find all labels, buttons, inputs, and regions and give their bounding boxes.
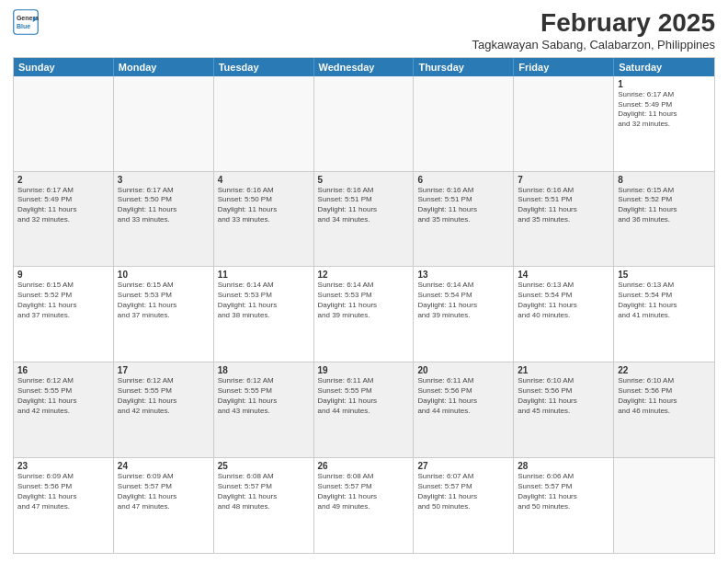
day-info: Sunrise: 6:09 AM Sunset: 5:56 PM Dayligh…	[17, 472, 109, 511]
day-number: 26	[318, 461, 410, 471]
calendar-cell: 21Sunrise: 6:10 AM Sunset: 5:56 PM Dayli…	[514, 362, 614, 457]
calendar-row: 23Sunrise: 6:09 AM Sunset: 5:56 PM Dayli…	[14, 457, 714, 553]
day-number: 28	[518, 461, 609, 471]
day-info: Sunrise: 6:13 AM Sunset: 5:54 PM Dayligh…	[518, 281, 609, 320]
day-number: 12	[318, 270, 410, 280]
day-number: 22	[618, 365, 711, 375]
calendar-cell: 2Sunrise: 6:17 AM Sunset: 5:49 PM Daylig…	[14, 172, 114, 267]
day-info: Sunrise: 6:13 AM Sunset: 5:54 PM Dayligh…	[618, 281, 711, 320]
day-number: 5	[318, 175, 410, 185]
calendar-row: 9Sunrise: 6:15 AM Sunset: 5:52 PM Daylig…	[14, 266, 714, 362]
svg-rect-0	[14, 10, 38, 34]
calendar-cell: 8Sunrise: 6:15 AM Sunset: 5:52 PM Daylig…	[614, 172, 714, 267]
day-number: 3	[118, 175, 210, 185]
page: General Blue February 2025 Tagkawayan Sa…	[0, 0, 728, 563]
day-info: Sunrise: 6:06 AM Sunset: 5:57 PM Dayligh…	[518, 472, 609, 511]
day-info: Sunrise: 6:15 AM Sunset: 5:52 PM Dayligh…	[17, 281, 109, 320]
calendar: SundayMondayTuesdayWednesdayThursdayFrid…	[13, 57, 715, 554]
calendar-cell: 4Sunrise: 6:16 AM Sunset: 5:50 PM Daylig…	[214, 172, 314, 267]
day-number: 20	[417, 365, 509, 375]
main-title: February 2025	[472, 9, 715, 38]
day-number: 17	[118, 365, 210, 375]
day-number: 24	[118, 461, 210, 471]
calendar-cell: 18Sunrise: 6:12 AM Sunset: 5:55 PM Dayli…	[214, 362, 314, 457]
day-info: Sunrise: 6:17 AM Sunset: 5:49 PM Dayligh…	[17, 186, 109, 225]
day-info: Sunrise: 6:12 AM Sunset: 5:55 PM Dayligh…	[218, 376, 310, 416]
day-number: 4	[218, 175, 310, 185]
header: General Blue February 2025 Tagkawayan Sa…	[13, 9, 715, 52]
calendar-cell: 28Sunrise: 6:06 AM Sunset: 5:57 PM Dayli…	[514, 458, 614, 553]
day-number: 10	[118, 270, 210, 280]
day-number: 6	[417, 175, 509, 185]
calendar-header: SundayMondayTuesdayWednesdayThursdayFrid…	[14, 58, 714, 76]
calendar-cell: 17Sunrise: 6:12 AM Sunset: 5:55 PM Dayli…	[114, 362, 214, 457]
day-info: Sunrise: 6:16 AM Sunset: 5:50 PM Dayligh…	[218, 186, 310, 225]
day-info: Sunrise: 6:17 AM Sunset: 5:49 PM Dayligh…	[618, 90, 711, 130]
weekday-header: Monday	[114, 58, 214, 76]
calendar-cell: 26Sunrise: 6:08 AM Sunset: 5:57 PM Dayli…	[314, 458, 415, 553]
day-number: 15	[618, 270, 711, 280]
calendar-cell	[114, 76, 214, 171]
day-info: Sunrise: 6:08 AM Sunset: 5:57 PM Dayligh…	[318, 472, 410, 511]
day-number: 23	[17, 461, 109, 471]
logo: General Blue	[13, 9, 39, 35]
calendar-cell	[214, 76, 314, 171]
calendar-cell: 14Sunrise: 6:13 AM Sunset: 5:54 PM Dayli…	[514, 267, 614, 362]
day-number: 9	[17, 270, 109, 280]
calendar-cell: 23Sunrise: 6:09 AM Sunset: 5:56 PM Dayli…	[14, 458, 114, 553]
weekday-header: Wednesday	[314, 58, 415, 76]
day-info: Sunrise: 6:08 AM Sunset: 5:57 PM Dayligh…	[218, 472, 310, 511]
calendar-cell: 13Sunrise: 6:14 AM Sunset: 5:54 PM Dayli…	[414, 267, 514, 362]
calendar-cell: 15Sunrise: 6:13 AM Sunset: 5:54 PM Dayli…	[614, 267, 714, 362]
calendar-cell: 7Sunrise: 6:16 AM Sunset: 5:51 PM Daylig…	[514, 172, 614, 267]
day-info: Sunrise: 6:15 AM Sunset: 5:53 PM Dayligh…	[118, 281, 210, 320]
day-number: 19	[318, 365, 410, 375]
calendar-cell: 12Sunrise: 6:14 AM Sunset: 5:53 PM Dayli…	[314, 267, 415, 362]
day-number: 7	[518, 175, 609, 185]
calendar-cell: 24Sunrise: 6:09 AM Sunset: 5:57 PM Dayli…	[114, 458, 214, 553]
day-info: Sunrise: 6:12 AM Sunset: 5:55 PM Dayligh…	[17, 376, 109, 416]
day-number: 14	[518, 270, 609, 280]
day-info: Sunrise: 6:11 AM Sunset: 5:55 PM Dayligh…	[318, 376, 410, 416]
calendar-cell: 11Sunrise: 6:14 AM Sunset: 5:53 PM Dayli…	[214, 267, 314, 362]
day-number: 25	[218, 461, 310, 471]
day-number: 27	[417, 461, 509, 471]
calendar-cell	[514, 76, 614, 171]
weekday-header: Saturday	[614, 58, 714, 76]
calendar-row: 16Sunrise: 6:12 AM Sunset: 5:55 PM Dayli…	[14, 362, 714, 457]
day-number: 18	[218, 365, 310, 375]
day-number: 21	[518, 365, 609, 375]
day-number: 8	[618, 175, 711, 185]
calendar-cell: 22Sunrise: 6:10 AM Sunset: 5:56 PM Dayli…	[614, 362, 714, 457]
calendar-cell: 16Sunrise: 6:12 AM Sunset: 5:55 PM Dayli…	[14, 362, 114, 457]
day-info: Sunrise: 6:17 AM Sunset: 5:50 PM Dayligh…	[118, 186, 210, 225]
calendar-row: 1Sunrise: 6:17 AM Sunset: 5:49 PM Daylig…	[14, 76, 714, 171]
calendar-cell: 5Sunrise: 6:16 AM Sunset: 5:51 PM Daylig…	[314, 172, 415, 267]
calendar-cell: 10Sunrise: 6:15 AM Sunset: 5:53 PM Dayli…	[114, 267, 214, 362]
day-info: Sunrise: 6:14 AM Sunset: 5:54 PM Dayligh…	[417, 281, 509, 320]
day-info: Sunrise: 6:14 AM Sunset: 5:53 PM Dayligh…	[318, 281, 410, 320]
title-block: February 2025 Tagkawayan Sabang, Calabar…	[472, 9, 715, 52]
svg-text:Blue: Blue	[17, 23, 30, 29]
calendar-cell: 19Sunrise: 6:11 AM Sunset: 5:55 PM Dayli…	[314, 362, 415, 457]
day-info: Sunrise: 6:15 AM Sunset: 5:52 PM Dayligh…	[618, 186, 711, 225]
calendar-cell	[414, 76, 514, 171]
weekday-header: Tuesday	[214, 58, 314, 76]
day-info: Sunrise: 6:07 AM Sunset: 5:57 PM Dayligh…	[417, 472, 509, 511]
weekday-header: Thursday	[414, 58, 514, 76]
calendar-cell	[14, 76, 114, 171]
calendar-cell: 25Sunrise: 6:08 AM Sunset: 5:57 PM Dayli…	[214, 458, 314, 553]
day-info: Sunrise: 6:12 AM Sunset: 5:55 PM Dayligh…	[118, 376, 210, 416]
day-info: Sunrise: 6:14 AM Sunset: 5:53 PM Dayligh…	[218, 281, 310, 320]
day-info: Sunrise: 6:10 AM Sunset: 5:56 PM Dayligh…	[518, 376, 609, 416]
calendar-cell: 9Sunrise: 6:15 AM Sunset: 5:52 PM Daylig…	[14, 267, 114, 362]
calendar-cell: 3Sunrise: 6:17 AM Sunset: 5:50 PM Daylig…	[114, 172, 214, 267]
weekday-header: Friday	[514, 58, 614, 76]
calendar-cell: 20Sunrise: 6:11 AM Sunset: 5:56 PM Dayli…	[414, 362, 514, 457]
day-info: Sunrise: 6:16 AM Sunset: 5:51 PM Dayligh…	[518, 186, 609, 225]
calendar-row: 2Sunrise: 6:17 AM Sunset: 5:49 PM Daylig…	[14, 171, 714, 267]
day-info: Sunrise: 6:11 AM Sunset: 5:56 PM Dayligh…	[417, 376, 509, 416]
calendar-body: 1Sunrise: 6:17 AM Sunset: 5:49 PM Daylig…	[14, 76, 714, 553]
calendar-cell: 6Sunrise: 6:16 AM Sunset: 5:51 PM Daylig…	[414, 172, 514, 267]
calendar-cell: 27Sunrise: 6:07 AM Sunset: 5:57 PM Dayli…	[414, 458, 514, 553]
